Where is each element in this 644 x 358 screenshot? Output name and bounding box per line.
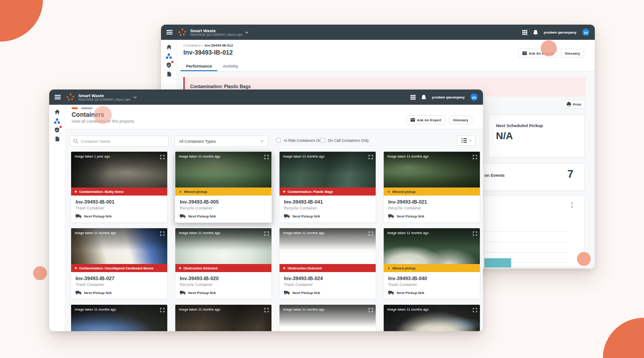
user-name[interactable]: prodwm qacompany [432, 95, 465, 99]
at-risk-checkbox[interactable]: At Risk Containers Only [276, 138, 324, 143]
tab-performance[interactable]: Performance [181, 60, 217, 71]
search-input[interactable] [81, 139, 165, 144]
container-card[interactable]: Image taken 11 months ago ▲ Missed picku… [175, 151, 272, 223]
image-caption: Image taken 1 year ago [75, 154, 110, 158]
app-topbar: Smart Waste REALPAGE QA COMPANY | Akers … [161, 25, 595, 40]
container-card[interactable]: Image taken 11 months ago ◆ Contaminatio… [71, 228, 168, 299]
user-name[interactable]: prodwm qacompany [544, 30, 576, 34]
expand-icon[interactable] [160, 230, 165, 237]
org-switcher-chevron-icon[interactable] [133, 96, 137, 98]
ask-expert-button[interactable]: Ask An Expert [407, 115, 445, 124]
container-info: Inv-39493-IB-041 Recycle Container Next … [280, 196, 376, 218]
container-card[interactable]: Image taken 11 months ago [71, 304, 168, 331]
org-name: REALPAGE QA COMPANY | Akers Lake [78, 98, 131, 102]
container-camera-image: Image taken 11 months ago [175, 152, 271, 188]
menu-icon[interactable] [55, 95, 61, 99]
sidebar-item-property[interactable] [51, 117, 63, 124]
org-switcher-chevron-icon[interactable] [245, 31, 249, 34]
sidebar-item-home[interactable] [51, 108, 63, 115]
truck-icon [180, 214, 186, 218]
image-caption: Image taken 11 months ago [387, 231, 428, 235]
expand-icon[interactable] [473, 154, 477, 161]
page-title: Inv-39493-IB-012 [183, 49, 233, 56]
next-pickup-title: Next Scheduled Pickup [496, 123, 543, 128]
tab-activity[interactable]: Activity [217, 60, 243, 71]
expand-icon[interactable] [369, 230, 373, 237]
image-caption: Image taken 11 months ago [179, 231, 220, 235]
truck-icon [388, 214, 394, 218]
breadcrumb: Containers > Inv-39493-IB-012 [183, 43, 233, 47]
sidebar-item-reports[interactable] [51, 135, 63, 142]
container-card[interactable]: Image taken 11 months ago ◆ Contaminatio… [279, 151, 376, 223]
notifications-bell-icon[interactable] [533, 30, 538, 35]
container-id: Inv-39493-IB-005 [180, 199, 267, 205]
on-call-label: On Call Containers Only [328, 138, 369, 143]
expand-icon[interactable] [264, 230, 269, 237]
expand-icon[interactable] [473, 307, 477, 314]
expand-icon[interactable] [369, 154, 373, 161]
glossary-button[interactable]: Glossary [449, 115, 472, 124]
container-card[interactable]: Image taken 11 months ago [279, 304, 376, 331]
status-label: Missed pickup [392, 190, 415, 194]
next-pickup-value: N/A [496, 130, 513, 142]
sidebar-item-reports[interactable] [163, 70, 175, 77]
status-icon: ▲ [179, 190, 182, 193]
kebab-menu-icon[interactable] [572, 201, 573, 209]
status-label: Obstruction Detected [288, 266, 322, 270]
expand-icon[interactable] [264, 307, 269, 314]
teal-highlight-bar [484, 258, 511, 268]
expand-icon[interactable] [473, 230, 477, 237]
sidebar-item-compliance[interactable] [163, 61, 175, 68]
notifications-bell-icon[interactable] [421, 94, 426, 100]
search-field[interactable] [69, 136, 169, 147]
decorative-dot-right [577, 252, 591, 266]
next-pickup-label: Next Pickup N/A [292, 291, 320, 295]
status-icon: ◆ [283, 267, 285, 270]
sidebar-item-home[interactable] [163, 43, 175, 51]
container-card[interactable]: Image taken 11 months ago ▲ Missed picku… [383, 228, 480, 299]
next-pickup-label: Next Pickup N/A [84, 214, 112, 218]
container-type-dropdown[interactable]: All Containers Types [174, 136, 268, 147]
expand-icon[interactable] [369, 307, 373, 314]
checkbox-icon[interactable] [276, 138, 281, 143]
on-call-checkbox[interactable]: On Call Containers Only [320, 138, 369, 143]
status-icon: ▲ [387, 190, 390, 193]
container-type: Trash Container [284, 282, 371, 287]
container-camera-image: Image taken 11 months ago [175, 228, 271, 264]
print-button[interactable]: Print [563, 100, 585, 109]
checkbox-icon[interactable] [320, 138, 325, 143]
sidebar-item-compliance[interactable] [51, 126, 63, 133]
container-type-value: All Containers Types [179, 139, 260, 144]
user-avatar[interactable]: pq [582, 29, 589, 36]
status-banner: ◆ Contamination: Uncollapsed Cardboard B… [71, 264, 167, 272]
view-options-button[interactable] [458, 135, 475, 146]
container-camera-image: Image taken 11 months ago [71, 305, 167, 331]
container-card[interactable]: Image taken 11 months ago ▲ Missed picku… [383, 151, 480, 223]
glossary-button[interactable]: Glossary [561, 49, 584, 58]
container-card[interactable]: Image taken 11 months ago ◆ Obstruction … [175, 228, 272, 299]
menu-icon[interactable] [166, 30, 173, 34]
list-header: Containers View all containers for this … [65, 105, 483, 129]
sidebar-item-property[interactable] [163, 52, 175, 60]
container-type: Trash Container [388, 282, 475, 287]
status-banner: ◆ Obstruction Detected [175, 264, 271, 272]
topbar-right: prodwm qacompany pq [522, 29, 589, 36]
container-card[interactable]: Image taken 11 months ago ◆ Obstruction … [279, 228, 376, 299]
container-card[interactable]: Image taken 11 months ago [175, 304, 272, 331]
next-pickup: Next Pickup N/A [388, 290, 475, 295]
container-card[interactable]: Image taken 1 year ago ◆ Contamination: … [71, 151, 168, 223]
expand-icon[interactable] [264, 154, 269, 161]
container-card[interactable]: Image taken 11 months ago [383, 304, 480, 331]
print-label: Print [573, 102, 581, 107]
expand-icon[interactable] [160, 307, 165, 314]
expand-icon[interactable] [160, 154, 165, 161]
apps-grid-icon[interactable] [411, 95, 415, 100]
user-avatar[interactable]: pq [470, 94, 478, 101]
status-label: Missed pickup [184, 190, 207, 194]
status-banner: ▲ Missed pickup [384, 188, 480, 196]
breadcrumb-parent[interactable]: Containers [183, 43, 201, 47]
apps-grid-icon[interactable] [522, 30, 527, 35]
container-info: Inv-39493-IB-021 Recycle Container Next … [384, 196, 480, 218]
image-caption: Image taken 11 months ago [387, 154, 428, 158]
container-type: Recycle Container [284, 206, 371, 210]
